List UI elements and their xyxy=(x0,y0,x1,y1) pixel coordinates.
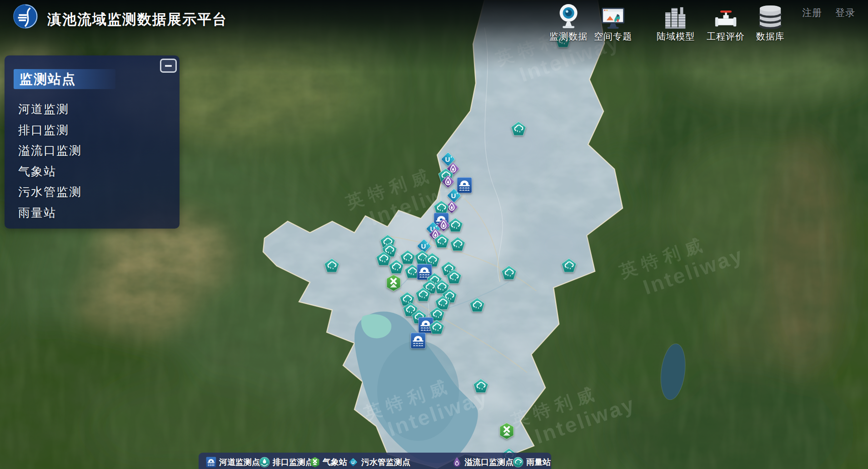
logo-icon xyxy=(13,4,38,29)
legend-item-rain: 雨量站 xyxy=(513,457,551,468)
legend-label: 污水管监测点 xyxy=(361,457,410,468)
app-header: 滇池流域监测数据展示平台 监测数据空间专题陆域模型工程评价数据库 注册登录 xyxy=(0,0,868,45)
nav-item-label: 工程评价 xyxy=(707,30,745,43)
map-marker-rain[interactable] xyxy=(434,234,449,248)
webcam-icon xyxy=(557,2,580,29)
map-marker-rain[interactable] xyxy=(501,265,517,280)
map-marker-river[interactable] xyxy=(410,333,426,349)
sidebar-item-sewage[interactable]: 污水管监测 xyxy=(18,182,82,203)
collapse-panel-button[interactable] xyxy=(160,59,177,73)
nav-item-label: 空间专题 xyxy=(594,30,632,43)
map-legend: 河道监测点排口监测点气象站U污水管监测点溢流口监测点雨量站 xyxy=(199,453,551,469)
valve-icon xyxy=(714,2,737,29)
nav-item-label: 陆域模型 xyxy=(657,30,695,43)
map-marker-rain[interactable] xyxy=(511,121,526,136)
legend-label: 排口监测点 xyxy=(273,457,314,468)
svg-text:U: U xyxy=(351,460,354,465)
sewage-legend-icon: U xyxy=(348,457,359,468)
sidebar-item-overflow[interactable]: 溢流口监测 xyxy=(18,140,82,161)
map-marker-rain[interactable] xyxy=(469,298,485,312)
legend-item-overflow: 溢流口监测点 xyxy=(452,457,514,468)
minimize-icon xyxy=(165,65,172,67)
map-marker-rain[interactable] xyxy=(561,258,577,273)
app-screen: 英特利威Inteliway英特利威Inteliway英特利威Inteliway英… xyxy=(0,0,868,469)
sidebar-item-weather[interactable]: 气象站 xyxy=(18,161,82,182)
buildings-icon xyxy=(664,2,687,29)
nav-item-database[interactable]: 数据库 xyxy=(741,2,800,43)
nav-item-label: 监测数据 xyxy=(549,30,588,43)
monitoring-stations-panel: 监测站点 河道监测排口监测溢流口监测气象站污水管监测雨量站 xyxy=(5,55,180,229)
legend-item-weather: 气象站 xyxy=(310,457,347,468)
sidebar-item-rain[interactable]: 雨量站 xyxy=(18,203,82,224)
legend-item-river: 河道监测点 xyxy=(206,457,260,468)
legend-label: 河道监测点 xyxy=(219,457,260,468)
map-marker-rain[interactable] xyxy=(415,287,431,302)
river-legend-icon xyxy=(206,457,216,468)
auth-link-login[interactable]: 登录 xyxy=(835,6,855,19)
database-icon xyxy=(758,2,783,29)
sidebar-item-outlet[interactable]: 排口监测 xyxy=(18,120,82,141)
weather-legend-icon xyxy=(310,457,320,468)
map-marker-rain[interactable] xyxy=(389,259,404,274)
panel-title: 监测站点 xyxy=(14,69,115,89)
map-marker-rain[interactable] xyxy=(473,379,489,393)
overflow-legend-icon xyxy=(452,457,462,468)
sidebar-item-river[interactable]: 河道监测 xyxy=(18,99,82,120)
rain-legend-icon xyxy=(513,457,524,468)
nav-item-label: 数据库 xyxy=(756,30,785,43)
map-marker-weather[interactable] xyxy=(386,274,401,291)
map-marker-weather[interactable] xyxy=(499,422,514,439)
map-marker-rain[interactable] xyxy=(429,320,444,334)
svg-text:U: U xyxy=(421,242,426,250)
legend-label: 气象站 xyxy=(323,457,347,468)
station-menu: 河道监测排口监测溢流口监测气象站污水管监测雨量站 xyxy=(18,99,82,223)
map-marker-rain[interactable] xyxy=(450,237,465,251)
monitor-chart-icon xyxy=(601,2,625,29)
legend-item-outlet: 排口监测点 xyxy=(259,457,314,468)
legend-label: 溢流口监测点 xyxy=(464,457,514,468)
legend-item-sewage: U污水管监测点 xyxy=(348,457,410,468)
page-title: 滇池流域监测数据展示平台 xyxy=(47,10,227,29)
auth-link-register[interactable]: 注册 xyxy=(802,6,822,19)
outlet-legend-icon xyxy=(259,457,270,468)
platform-logo[interactable] xyxy=(13,4,38,29)
nav-item-spatial-topics[interactable]: 空间专题 xyxy=(584,2,643,43)
map-marker-rain[interactable] xyxy=(324,258,339,273)
legend-label: 雨量站 xyxy=(526,457,551,468)
